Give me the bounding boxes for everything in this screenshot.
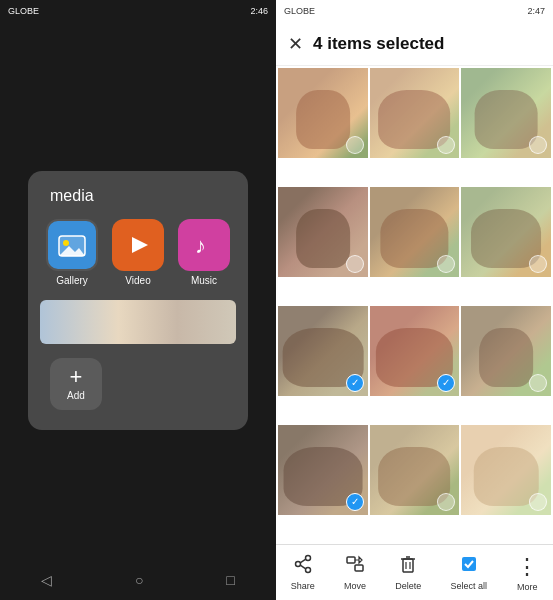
photo-cell-10[interactable]: ✓ — [278, 425, 368, 515]
photo-cell-1[interactable] — [278, 68, 368, 158]
check-1[interactable] — [346, 136, 364, 154]
svg-rect-13 — [403, 559, 413, 572]
selection-label: items selected — [327, 34, 444, 53]
svg-point-6 — [305, 556, 310, 561]
carrier-left: GLOBE — [8, 6, 39, 16]
music-label: Music — [191, 275, 217, 286]
status-bar-left: GLOBE 2:46 — [0, 0, 276, 22]
check-3[interactable] — [529, 136, 547, 154]
check-5[interactable] — [437, 255, 455, 273]
gallery-label: Gallery — [56, 275, 88, 286]
check-10[interactable]: ✓ — [346, 493, 364, 511]
media-title: media — [50, 187, 94, 205]
time-left: 2:46 — [250, 6, 268, 16]
move-label: Move — [344, 581, 366, 591]
home-nav-icon[interactable]: ○ — [135, 572, 143, 588]
back-nav-icon[interactable]: ◁ — [41, 572, 52, 588]
more-button[interactable]: ⋮ More — [516, 554, 538, 592]
video-label: Video — [125, 275, 150, 286]
svg-text:♪: ♪ — [195, 233, 206, 258]
photo-cell-11[interactable] — [370, 425, 460, 515]
move-button[interactable]: Move — [344, 554, 366, 591]
selection-title: 4 items selected — [313, 34, 444, 54]
check-8[interactable]: ✓ — [437, 374, 455, 392]
check-11[interactable] — [437, 493, 455, 511]
check-12[interactable] — [529, 493, 547, 511]
media-preview — [40, 300, 236, 344]
right-panel: GLOBE 2:47 ✕ 4 items selected — [276, 0, 553, 600]
select-all-label: Select all — [451, 581, 488, 591]
photo-cell-9[interactable] — [461, 306, 551, 396]
delete-label: Delete — [395, 581, 421, 591]
close-button[interactable]: ✕ — [288, 33, 303, 55]
selection-count: 4 — [313, 34, 322, 53]
svg-point-7 — [305, 568, 310, 573]
add-button[interactable]: + Add — [50, 358, 102, 410]
carrier-right: GLOBE — [284, 6, 315, 16]
music-icon[interactable]: ♪ — [178, 219, 230, 271]
more-icon: ⋮ — [516, 554, 538, 580]
nav-bar-left: ◁ ○ □ — [0, 564, 276, 600]
photo-cell-2[interactable] — [370, 68, 460, 158]
photo-cell-7[interactable]: ✓ — [278, 306, 368, 396]
left-panel: GLOBE 2:46 media Gallery — [0, 0, 276, 600]
add-plus-icon: + — [70, 366, 83, 388]
music-item[interactable]: ♪ Music — [176, 219, 232, 286]
delete-icon — [398, 554, 418, 579]
share-button[interactable]: Share — [291, 554, 315, 591]
check-4[interactable] — [346, 255, 364, 273]
media-icons-row: Gallery Video ♪ Music — [44, 219, 232, 286]
photo-cell-8[interactable]: ✓ — [370, 306, 460, 396]
add-label: Add — [67, 390, 85, 401]
gallery-icon[interactable] — [46, 219, 98, 271]
move-icon — [345, 554, 365, 579]
delete-button[interactable]: Delete — [395, 554, 421, 591]
photo-cell-12[interactable] — [461, 425, 551, 515]
top-bar: ✕ 4 items selected — [276, 22, 553, 66]
bottom-toolbar: Share Move Del — [276, 544, 553, 600]
photo-grid: ✓ ✓ ✓ — [276, 66, 553, 544]
svg-point-2 — [63, 240, 69, 246]
svg-rect-11 — [347, 557, 355, 563]
photo-cell-5[interactable] — [370, 187, 460, 277]
time-right: 2:47 — [527, 6, 545, 16]
svg-line-9 — [300, 559, 306, 563]
select-all-icon — [459, 554, 479, 579]
check-9[interactable] — [529, 374, 547, 392]
status-bar-right: GLOBE 2:47 — [276, 0, 553, 22]
select-all-button[interactable]: Select all — [451, 554, 488, 591]
recents-nav-icon[interactable]: □ — [226, 572, 234, 588]
gallery-item[interactable]: Gallery — [44, 219, 100, 286]
share-label: Share — [291, 581, 315, 591]
check-7[interactable]: ✓ — [346, 374, 364, 392]
check-2[interactable] — [437, 136, 455, 154]
svg-rect-12 — [355, 565, 363, 571]
svg-point-8 — [295, 562, 300, 567]
photo-cell-6[interactable] — [461, 187, 551, 277]
svg-line-10 — [300, 565, 306, 569]
svg-marker-4 — [132, 237, 148, 253]
media-card: media Gallery — [28, 171, 248, 430]
share-icon — [293, 554, 313, 579]
svg-rect-18 — [462, 557, 476, 571]
photo-cell-3[interactable] — [461, 68, 551, 158]
check-6[interactable] — [529, 255, 547, 273]
video-icon[interactable] — [112, 219, 164, 271]
more-label: More — [517, 582, 538, 592]
photo-cell-4[interactable] — [278, 187, 368, 277]
video-item[interactable]: Video — [110, 219, 166, 286]
